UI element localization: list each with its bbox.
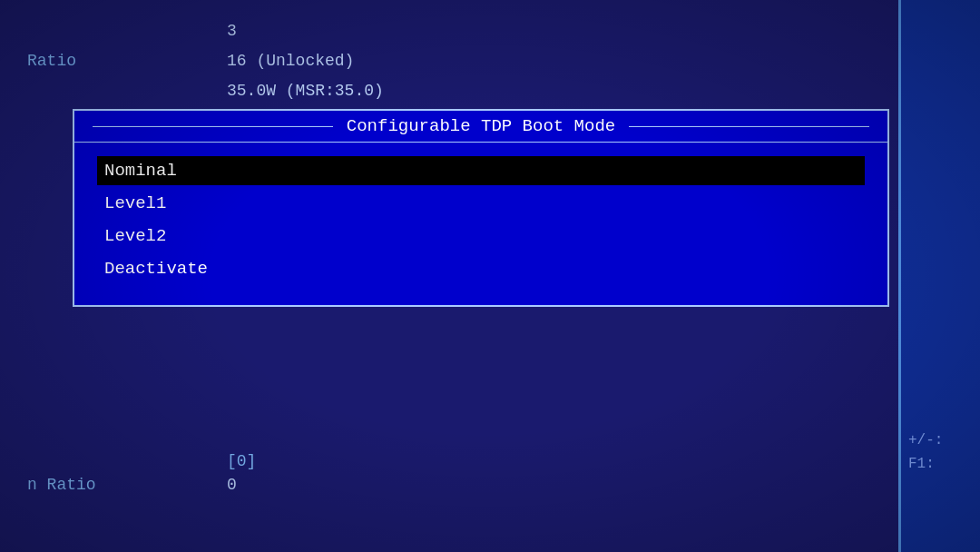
bg-label-power xyxy=(27,78,227,104)
menu-item-deactivate[interactable]: Deactivate xyxy=(97,254,865,283)
menu-item-nominal[interactable]: Nominal xyxy=(97,156,865,185)
sidebar-keys: +/-: F1: xyxy=(898,0,980,552)
bottom-ratio-value: 0 xyxy=(227,476,237,494)
bottom-ratio-row: n Ratio 0 xyxy=(27,476,953,494)
bg-label-ratio: Ratio xyxy=(27,48,227,74)
dialog-title-bar: Configurable TDP Boot Mode xyxy=(74,111,887,143)
bottom-ratio-label: n Ratio xyxy=(27,476,227,494)
bottom-area: [0] n Ratio 0 xyxy=(0,443,980,552)
sidebar-f1: F1: xyxy=(908,456,980,472)
dialog-body: Nominal Level1 Level2 Deactivate xyxy=(74,143,887,305)
bottom-bracket-row: [0] xyxy=(27,452,953,470)
menu-item-level1[interactable]: Level1 xyxy=(97,189,865,218)
dialog-title: Configurable TDP Boot Mode xyxy=(333,116,629,136)
bottom-label-empty xyxy=(27,452,227,470)
menu-item-level2[interactable]: Level2 xyxy=(97,222,865,251)
bg-value-3: 3 xyxy=(227,18,237,44)
bg-row-number: 3 xyxy=(27,18,953,44)
title-line-left xyxy=(93,126,333,127)
sidebar-plus-minus: +/-: xyxy=(908,432,980,448)
title-line-right xyxy=(629,126,869,127)
bg-value-ratio: 16 (Unlocked) xyxy=(227,48,354,74)
bg-value-power: 35.0W (MSR:35.0) xyxy=(227,78,384,104)
bg-row-ratio: Ratio 16 (Unlocked) xyxy=(27,48,953,74)
configurable-tdp-dialog: Configurable TDP Boot Mode Nominal Level… xyxy=(73,109,889,307)
bg-label-empty xyxy=(27,18,227,44)
bracket-value: [0] xyxy=(227,452,256,470)
bg-row-power: 35.0W (MSR:35.0) xyxy=(27,78,953,104)
